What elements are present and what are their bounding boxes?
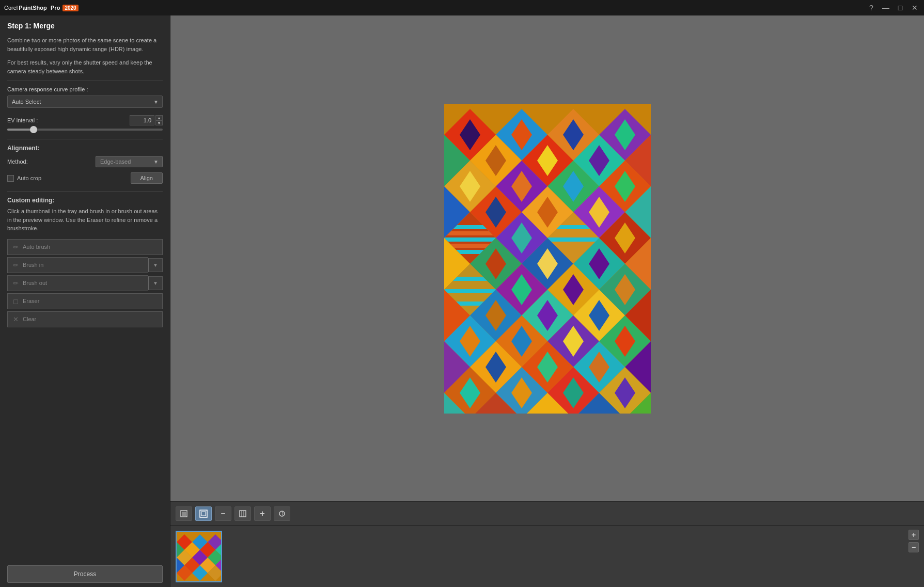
custom-editing-desc: Click a thumbnail in the tray and brush … [7,207,163,233]
main-content: Step 1: Merge Combine two or more photos… [0,15,924,587]
process-button[interactable]: Process [7,565,163,583]
ev-interval-row: EV interval : ▲ ▼ [7,115,163,125]
strip-zoom-minus-button[interactable]: − [909,542,919,552]
svg-rect-47 [444,237,496,242]
autocrop-label: Auto crop [17,175,41,181]
strip-zoom-plus-button[interactable]: + [909,530,919,540]
minimize-button[interactable]: — [881,4,891,12]
divider-2 [7,139,163,139]
zoom-out-button[interactable]: − [215,506,231,521]
eraser-label: Eraser [23,298,39,304]
svg-rect-70 [444,289,496,293]
canvas-area [170,15,924,501]
svg-rect-69 [444,283,496,287]
camera-profile-label: Camera response curve profile : [7,86,163,92]
ev-down-button[interactable]: ▼ [155,120,163,125]
svg-rect-55 [547,237,599,242]
app-logo: Corel PaintShop Pro 2020 [4,4,79,11]
brush-out-label: Brush out [23,280,47,286]
ev-slider-track[interactable] [7,129,163,131]
camera-profile-dropdown[interactable]: Auto Select ▼ [7,96,163,108]
autocrop-row: Auto crop Align [7,172,163,184]
panel-inner: Step 1: Merge Combine two or more photos… [0,15,170,561]
svg-rect-119 [201,512,206,516]
align-button[interactable]: Align [131,172,163,184]
step-title: Step 1: Merge [7,22,163,30]
divider-1 [7,81,163,81]
thumbnail-item[interactable] [176,531,222,582]
version-badge: 2020 [62,5,78,11]
clear-label: Clear [23,316,36,322]
brush-in-label: Brush in [23,262,43,268]
svg-rect-54 [547,231,599,235]
zoom-out-icon: − [221,509,225,518]
brush-out-button[interactable]: ✏ Brush out [7,275,148,291]
brush-out-dropdown-arrow[interactable]: ▼ [148,276,163,290]
brush-in-dropdown-arrow[interactable]: ▼ [148,258,163,272]
clear-button[interactable]: ✕ Clear [7,311,163,327]
brush-in-icon: ✏ [13,261,19,269]
auto-brush-icon: ✏ [13,243,19,251]
ev-slider-thumb[interactable] [30,126,37,133]
thumbnail-strip: + − [170,525,924,587]
ev-interval-label: EV interval : [7,117,38,123]
description-text-2: For best results, vary only the shutter … [7,58,163,75]
autocrop-left: Auto crop [7,175,41,182]
zoom-in-button[interactable]: + [254,506,271,521]
actual-size-icon [239,510,247,518]
eraser-button[interactable]: ◻ Eraser [7,293,163,309]
bottom-toolbar: − + [170,501,924,525]
autocrop-checkbox[interactable] [7,175,14,182]
help-button[interactable]: ? [866,4,876,12]
custom-editing-title: Custom editing: [7,197,163,204]
logo-corel: Corel [4,5,18,11]
fit-window-icon [199,510,208,518]
ev-up-button[interactable]: ▲ [155,115,163,120]
zoom-in-icon: + [260,509,264,518]
reset-zoom-icon [278,510,286,518]
clear-tool[interactable]: ✕ Clear [7,311,163,327]
maximize-button[interactable]: □ [895,4,905,12]
brush-in-button[interactable]: ✏ Brush in [7,257,148,273]
method-dropdown-wrap[interactable]: Edge-based ▼ [96,156,163,167]
main-image [444,104,651,414]
brush-out-tool[interactable]: ✏ Brush out ▼ [7,275,163,291]
titlebar: Corel PaintShop Pro 2020 ? — □ ✕ [0,0,924,15]
thumbnail-image [177,532,222,582]
auto-brush-tool[interactable]: ✏ Auto brush [7,239,163,255]
actual-size-button[interactable] [234,506,251,521]
svg-rect-117 [182,512,186,516]
svg-rect-120 [240,511,246,517]
alignment-label: Alignment: [7,145,163,152]
right-area: − + [170,15,924,587]
window-controls: ? — □ ✕ [866,4,920,12]
camera-profile-select[interactable]: Auto Select [7,96,163,108]
divider-3 [7,191,163,192]
svg-rect-46 [444,231,496,235]
fit-page-button[interactable] [176,506,192,521]
eraser-icon: ◻ [13,297,19,305]
ev-input-wrap: ▲ ▼ [130,115,163,125]
fit-window-button[interactable] [195,506,212,521]
fit-page-icon [180,510,188,518]
auto-brush-button[interactable]: ✏ Auto brush [7,239,163,255]
ev-interval-input[interactable] [130,115,154,125]
reset-zoom-button[interactable] [274,506,290,521]
method-label: Method: [7,158,28,165]
description-text-1: Combine two or more photos of the same s… [7,36,163,53]
brush-in-tool[interactable]: ✏ Brush in ▼ [7,257,163,273]
svg-rect-118 [200,510,207,517]
method-select[interactable]: Edge-based [96,156,163,167]
logo-pro: Pro [51,5,60,11]
close-button[interactable]: ✕ [910,4,920,12]
brush-out-icon: ✏ [13,279,19,287]
clear-icon: ✕ [13,315,19,323]
ev-slider-container[interactable] [7,129,163,131]
left-panel: Step 1: Merge Combine two or more photos… [0,15,170,587]
ev-spinners: ▲ ▼ [155,115,163,125]
method-row: Method: Edge-based ▼ [7,156,163,167]
auto-brush-label: Auto brush [23,244,50,250]
eraser-tool[interactable]: ◻ Eraser [7,293,163,309]
logo-paintshop: PaintShop [19,5,46,11]
